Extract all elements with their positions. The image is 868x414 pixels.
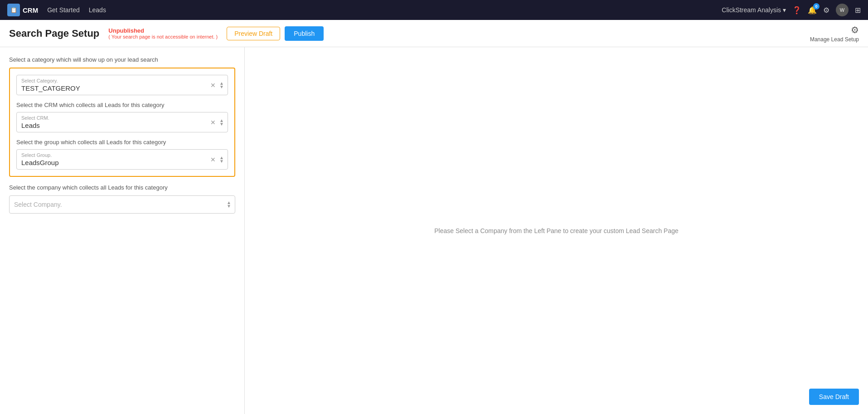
- status-note: ( Your search page is not accessible on …: [108, 34, 218, 39]
- chevron-down-icon: ▾: [783, 6, 786, 14]
- header-left: Search Page Setup Unpublished ( Your sea…: [9, 26, 324, 41]
- logo[interactable]: 📋 CRM: [7, 4, 38, 16]
- nav-right: ClickStream Analysis ▾ ❓ 🔔 0 ⚙ W ⊞: [722, 4, 861, 16]
- category-section-label: Select a category which will show up on …: [9, 56, 235, 63]
- header-bar: Search Page Setup Unpublished ( Your sea…: [0, 20, 868, 47]
- category-clear-icon[interactable]: ✕: [210, 82, 216, 88]
- settings-icon[interactable]: ⚙: [823, 6, 829, 15]
- logo-text: CRM: [23, 6, 38, 14]
- nav-left: 📋 CRM Get Started Leads: [7, 4, 106, 16]
- status-block: Unpublished ( Your search page is not ac…: [108, 27, 218, 39]
- group-section-label: Select the group which collects all Lead…: [16, 139, 228, 146]
- logo-icon: 📋: [7, 4, 20, 16]
- category-arrows-icon[interactable]: ▲▼: [219, 82, 224, 89]
- category-controls: ✕ ▲▼: [210, 82, 224, 89]
- group-field-label: Select Group.: [21, 152, 223, 158]
- group-select[interactable]: Select Group. LeadsGroup ✕ ▲▼: [16, 149, 228, 170]
- status-unpublished: Unpublished: [108, 27, 218, 34]
- crm-field-label: Select CRM.: [21, 115, 223, 121]
- company-select[interactable]: Select Company. ▲▼: [9, 195, 235, 214]
- crm-section-label: Select the CRM which collects all Leads …: [16, 102, 228, 108]
- header-right: ⚙ Manage Lead Setup: [810, 24, 859, 43]
- header-actions: Preview Draft Publish: [227, 26, 324, 41]
- preview-draft-button[interactable]: Preview Draft: [227, 27, 280, 40]
- main-content: Select a category which will show up on …: [0, 47, 868, 414]
- crm-clear-icon[interactable]: ✕: [210, 119, 216, 126]
- right-pane: Please Select a Company from the Left Pa…: [245, 47, 868, 414]
- manage-gear-icon: ⚙: [851, 24, 859, 35]
- top-navigation: 📋 CRM Get Started Leads ClickStream Anal…: [0, 0, 868, 20]
- right-pane-message: Please Select a Company from the Left Pa…: [434, 227, 679, 234]
- publish-button[interactable]: Publish: [285, 26, 324, 41]
- manage-lead-setup[interactable]: ⚙ Manage Lead Setup: [810, 24, 859, 43]
- orange-section: Select Category. TEST_CATGEROY ✕ ▲▼ Sele…: [9, 68, 235, 177]
- notification-badge: 0: [813, 3, 820, 10]
- company-placeholder: Select Company.: [14, 201, 62, 208]
- nav-get-started[interactable]: Get Started: [47, 6, 80, 14]
- company-section-label: Select the company which collects all Le…: [9, 184, 235, 191]
- save-draft-button[interactable]: Save Draft: [809, 389, 859, 405]
- crm-arrows-icon[interactable]: ▲▼: [219, 119, 224, 126]
- manage-lead-setup-label: Manage Lead Setup: [810, 36, 859, 43]
- nav-leads[interactable]: Leads: [89, 6, 106, 14]
- company-arrows-icon[interactable]: ▲▼: [227, 201, 231, 208]
- company-section: Select the company which collects all Le…: [9, 184, 235, 214]
- left-pane: Select a category which will show up on …: [0, 47, 245, 414]
- category-select[interactable]: Select Category. TEST_CATGEROY ✕ ▲▼: [16, 75, 228, 95]
- notifications-icon[interactable]: 🔔 0: [808, 6, 817, 15]
- group-controls: ✕ ▲▼: [210, 156, 224, 163]
- category-field-value: TEST_CATGEROY: [21, 84, 223, 92]
- crm-controls: ✕ ▲▼: [210, 119, 224, 126]
- page-title: Search Page Setup: [9, 28, 99, 39]
- group-clear-icon[interactable]: ✕: [210, 156, 216, 163]
- grid-icon[interactable]: ⊞: [855, 6, 861, 15]
- category-field-label: Select Category.: [21, 78, 223, 83]
- help-icon[interactable]: ❓: [792, 6, 801, 15]
- app-name[interactable]: ClickStream Analysis ▾: [722, 6, 786, 14]
- avatar[interactable]: W: [836, 4, 849, 16]
- crm-select[interactable]: Select CRM. Leads ✕ ▲▼: [16, 112, 228, 132]
- group-field-value: LeadsGroup: [21, 159, 223, 166]
- group-arrows-icon[interactable]: ▲▼: [219, 156, 224, 163]
- crm-field-value: Leads: [21, 122, 223, 129]
